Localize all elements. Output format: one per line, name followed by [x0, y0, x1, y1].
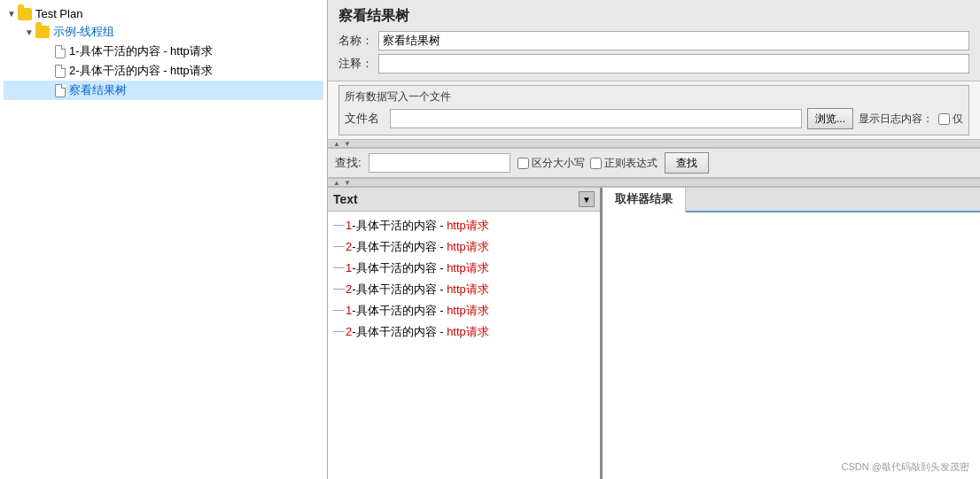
tree-item-result-tree[interactable]: 察看结果树: [4, 81, 323, 100]
search-checkbox-group: 区分大小写 正则表达式: [517, 156, 657, 171]
item-text: -具体干活的内容 -: [352, 219, 447, 232]
list-item[interactable]: 2-具体干活的内容 - http请求: [328, 236, 600, 258]
browse-button[interactable]: 浏览...: [807, 108, 853, 129]
sampler-tabs: 取样器结果: [603, 188, 980, 212]
text-column: Text ▼ 1-具体干活的内容 - http请求2-具体干活的内容 - htt…: [328, 188, 603, 479]
display-log-label: 显示日志内容：: [859, 112, 933, 127]
divider-arrow-4: ▼: [344, 179, 351, 187]
only-checkbox-label[interactable]: 仅: [938, 112, 963, 127]
item-link: http请求: [447, 325, 489, 338]
panel-title: 察看结果树: [338, 7, 969, 26]
sampler-tab[interactable]: 取样器结果: [603, 188, 686, 212]
tree-label: Test Plan: [35, 7, 82, 20]
name-label: 名称：: [338, 33, 373, 49]
item-text: -具体干活的内容 -: [352, 325, 447, 338]
tree-label: 示例-线程组: [53, 24, 114, 40]
find-button[interactable]: 查找: [665, 152, 709, 174]
tree-item-test-plan[interactable]: ▼Test Plan: [4, 5, 323, 22]
comment-row: 注释：: [338, 54, 969, 73]
comment-label: 注释：: [338, 56, 373, 72]
text-column-header: Text ▼: [328, 188, 600, 212]
item-text: -具体干活的内容 -: [352, 261, 447, 274]
item-link: http请求: [447, 240, 489, 253]
name-input[interactable]: [378, 31, 969, 50]
comment-input[interactable]: [378, 54, 969, 73]
expand-icon[interactable]: ▼: [25, 27, 34, 37]
list-item[interactable]: 2-具体干活的内容 - http请求: [328, 279, 600, 300]
tree-label: 2-具体干活的内容 - http请求: [69, 63, 213, 79]
sampler-column: 取样器结果: [603, 188, 980, 479]
tree-item-http1[interactable]: 1-具体干活的内容 - http请求: [4, 42, 323, 61]
expand-icon[interactable]: ▼: [7, 9, 16, 19]
list-item[interactable]: 1-具体干活的内容 - http请求: [328, 300, 600, 321]
divider-row-1: ▲ ▼: [328, 139, 980, 148]
text-list: 1-具体干活的内容 - http请求2-具体干活的内容 - http请求1-具体…: [328, 212, 600, 479]
case-sensitive-label[interactable]: 区分大小写: [517, 156, 585, 171]
right-panel: 察看结果树 名称： 注释： 所有数据写入一个文件 文件名 浏览... 显示日志内…: [328, 0, 980, 479]
item-link: http请求: [447, 261, 489, 274]
list-item[interactable]: 1-具体干活的内容 - http请求: [328, 258, 600, 279]
results-area: Text ▼ 1-具体干活的内容 - http请求2-具体干活的内容 - htt…: [328, 187, 980, 479]
file-label: 文件名: [345, 111, 379, 127]
search-bar: 查找: 区分大小写 正则表达式 查找: [328, 148, 980, 178]
item-text: -具体干活的内容 -: [352, 304, 447, 317]
file-icon: [55, 65, 66, 78]
tree-label: 1-具体干活的内容 - http请求: [69, 43, 213, 59]
case-sensitive-checkbox[interactable]: [517, 158, 529, 169]
filename-input[interactable]: [390, 109, 802, 128]
tree-item-http2[interactable]: 2-具体干活的内容 - http请求: [4, 61, 323, 81]
folder-icon: [18, 8, 32, 20]
item-link: http请求: [447, 219, 489, 232]
left-panel: ▼Test Plan▼示例-线程组1-具体干活的内容 - http请求2-具体干…: [0, 0, 328, 479]
only-checkbox[interactable]: [938, 113, 950, 125]
tree-item-thread-group[interactable]: ▼示例-线程组: [4, 22, 323, 42]
divider-arrow-1: ▲: [333, 140, 340, 148]
file-section: 所有数据写入一个文件 文件名 浏览... 显示日志内容： 仅: [338, 85, 969, 135]
search-input[interactable]: [369, 153, 510, 173]
search-label: 查找:: [335, 155, 362, 171]
divider-arrow-2: ▼: [344, 140, 351, 148]
item-text: -具体干活的内容 -: [352, 240, 447, 253]
divider-arrow-3: ▲: [333, 179, 340, 187]
file-icon: [55, 45, 66, 58]
item-text: -具体干活的内容 -: [352, 282, 447, 296]
divider-row-2: ▲ ▼: [328, 178, 980, 187]
item-link: http请求: [447, 304, 489, 317]
file-row: 文件名 浏览... 显示日志内容： 仅: [345, 108, 963, 129]
name-row: 名称：: [338, 31, 969, 50]
list-item[interactable]: 1-具体干活的内容 - http请求: [328, 215, 600, 236]
file-section-title: 所有数据写入一个文件: [345, 89, 963, 104]
text-column-title: Text: [333, 192, 579, 206]
regex-checkbox[interactable]: [590, 158, 602, 169]
folder-icon: [35, 26, 50, 38]
watermark: CSDN @敲代码敲到头发茂密: [842, 460, 969, 474]
regex-label[interactable]: 正则表达式: [590, 156, 657, 171]
sampler-content: [603, 212, 980, 479]
text-column-dropdown[interactable]: ▼: [579, 191, 595, 207]
list-item[interactable]: 2-具体干活的内容 - http请求: [328, 321, 600, 343]
file-icon: [55, 84, 66, 97]
item-link: http请求: [447, 282, 489, 296]
right-header: 察看结果树 名称： 注释：: [328, 0, 980, 81]
tree-label: 察看结果树: [69, 82, 127, 98]
